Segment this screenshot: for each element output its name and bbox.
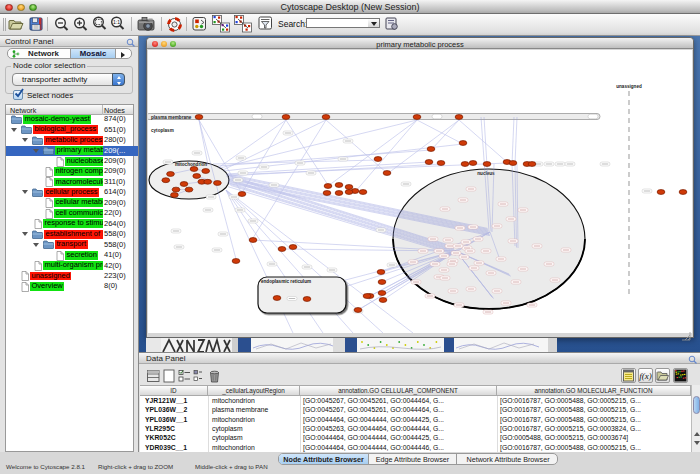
- svg-text:endoplasmic reticulum: endoplasmic reticulum: [261, 279, 311, 284]
- svg-text:mitochondrion: mitochondrion: [175, 162, 207, 167]
- svg-text:nucleus: nucleus: [477, 171, 495, 176]
- svg-text:unassigned: unassigned: [616, 84, 642, 89]
- svg-text:plasma membrane: plasma membrane: [151, 115, 192, 120]
- svg-text:cytoplasm: cytoplasm: [151, 128, 174, 133]
- svg-text:1:1: 1:1: [113, 19, 120, 25]
- svg-text:f(x): f(x): [639, 371, 652, 381]
